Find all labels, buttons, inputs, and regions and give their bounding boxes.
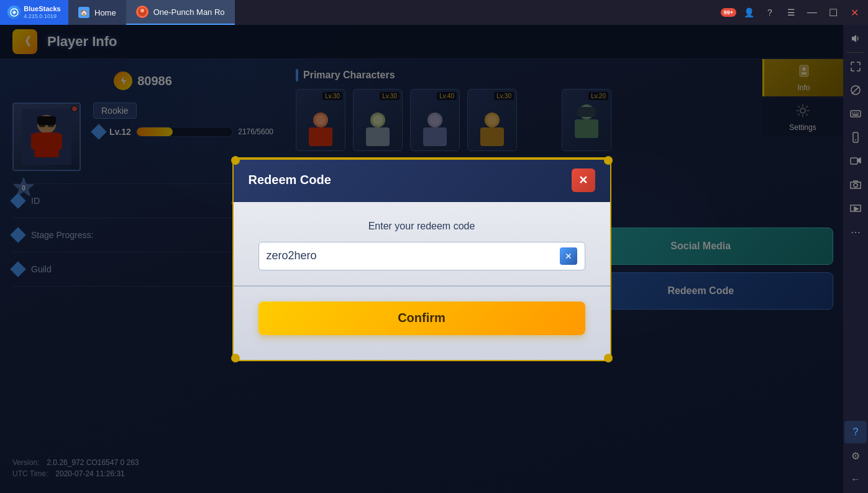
redeem-code-input[interactable] xyxy=(267,242,560,270)
tab-game-label: One-Punch Man Ro xyxy=(153,7,225,17)
back-sidebar-btn[interactable]: ← xyxy=(844,468,867,491)
svg-rect-5 xyxy=(851,111,861,117)
tab-home-label: Home xyxy=(94,8,116,17)
right-sidebar: ⋯ ? ⚙ ← xyxy=(843,25,868,493)
svg-rect-11 xyxy=(853,132,858,142)
modal-close-icon: ✕ xyxy=(578,173,588,187)
main-area: 《 Player Info 80986 xyxy=(0,25,843,493)
modal-corner-tr xyxy=(604,156,613,165)
settings-sidebar-btn[interactable]: ⚙ xyxy=(844,445,867,467)
clear-icon: ✕ xyxy=(565,251,572,261)
slash-btn[interactable] xyxy=(844,79,867,101)
more-btn[interactable]: ⋯ xyxy=(844,221,867,243)
tab-game[interactable]: One-Punch Man Ro xyxy=(126,0,235,25)
bluestacks-logo: BlueStacks 4.215.0.1019 xyxy=(0,0,68,25)
modal-prompt: Enter your redeem code xyxy=(258,221,585,232)
modal-title: Redeem Code xyxy=(249,173,331,187)
fullscreen-btn[interactable] xyxy=(844,55,867,78)
video2-btn[interactable] xyxy=(844,197,867,219)
svg-line-4 xyxy=(852,86,859,94)
close-btn[interactable]: ✕ xyxy=(846,4,863,21)
notification-badge[interactable]: 99+ xyxy=(721,8,736,17)
help-icon-btn[interactable]: ? xyxy=(761,4,779,21)
modal-corner-br xyxy=(604,354,613,362)
modal-close-button[interactable]: ✕ xyxy=(572,168,595,192)
svg-point-14 xyxy=(854,183,857,187)
confirm-label: Confirm xyxy=(398,311,445,325)
app-name: BlueStacks 4.215.0.1019 xyxy=(24,5,60,20)
tab-home[interactable]: 🏠 Home xyxy=(68,0,126,25)
modal-confirm-button[interactable]: Confirm xyxy=(258,302,585,335)
account-icon-btn[interactable]: 👤 xyxy=(740,4,757,21)
home-tab-icon: 🏠 xyxy=(78,7,89,18)
help-sidebar-btn[interactable]: ? xyxy=(844,421,867,443)
modal-clear-button[interactable]: ✕ xyxy=(560,247,577,265)
title-bar-controls: 99+ 👤 ? ☰ — ☐ ✕ xyxy=(721,4,868,21)
title-bar: BlueStacks 4.215.0.1019 🏠 Home One-Punch… xyxy=(0,0,868,25)
modal-overlay: Redeem Code ✕ Enter your redeem code ✕ xyxy=(0,25,843,493)
svg-point-2 xyxy=(140,9,144,12)
svg-marker-15 xyxy=(854,207,858,211)
maximize-btn[interactable]: ☐ xyxy=(825,4,842,21)
logo-circle xyxy=(7,6,21,19)
keyboard-btn[interactable] xyxy=(844,103,867,125)
modal-corner-tl xyxy=(231,156,240,165)
menu-icon-btn[interactable]: ☰ xyxy=(782,4,800,21)
modal-body: Enter your redeem code ✕ Confirm xyxy=(232,202,611,361)
camera-btn[interactable] xyxy=(844,173,867,196)
modal-title-bar: Redeem Code ✕ xyxy=(232,157,611,202)
volume-btn[interactable] xyxy=(844,27,867,50)
minimize-btn[interactable]: — xyxy=(803,4,821,21)
video-btn[interactable] xyxy=(844,150,867,172)
phone-btn[interactable] xyxy=(844,126,867,149)
modal-separator xyxy=(234,285,610,287)
modal-corner-bl xyxy=(231,354,240,362)
modal-dialog: Redeem Code ✕ Enter your redeem code ✕ xyxy=(232,157,611,361)
svg-rect-13 xyxy=(851,158,857,164)
modal-input-row: ✕ xyxy=(258,242,585,270)
game-tab-icon xyxy=(136,6,148,18)
